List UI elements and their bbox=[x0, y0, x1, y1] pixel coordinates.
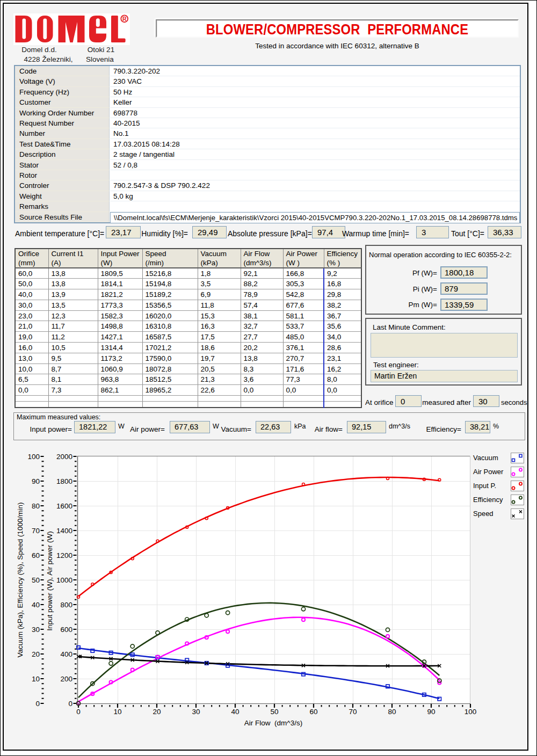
svg-text:0: 0 bbox=[76, 708, 81, 716]
svg-text:60: 60 bbox=[32, 551, 40, 559]
svg-text:70: 70 bbox=[349, 708, 357, 716]
svg-text:200: 200 bbox=[60, 675, 72, 683]
svg-text:80: 80 bbox=[388, 708, 396, 716]
svg-text:400: 400 bbox=[60, 650, 72, 658]
svg-text:1400: 1400 bbox=[56, 527, 72, 535]
svg-text:0: 0 bbox=[35, 700, 40, 708]
svg-text:Air Power: Air Power bbox=[473, 468, 504, 476]
svg-text:30: 30 bbox=[192, 708, 200, 716]
svg-text:70: 70 bbox=[32, 527, 40, 535]
svg-text:1000: 1000 bbox=[56, 576, 72, 584]
svg-text:Speed: Speed bbox=[473, 510, 494, 518]
svg-text:800: 800 bbox=[60, 601, 72, 609]
svg-text:1200: 1200 bbox=[56, 551, 72, 559]
svg-text:40: 40 bbox=[231, 708, 239, 716]
svg-text:100: 100 bbox=[465, 708, 477, 716]
svg-text:R: R bbox=[122, 16, 127, 22]
svg-text:20: 20 bbox=[32, 650, 40, 658]
svg-text:100: 100 bbox=[27, 453, 40, 461]
svg-text:30: 30 bbox=[32, 626, 40, 634]
svg-text:10: 10 bbox=[32, 675, 40, 683]
svg-text:0: 0 bbox=[68, 700, 72, 708]
svg-text:20: 20 bbox=[153, 708, 161, 716]
svg-text:60: 60 bbox=[309, 708, 317, 716]
svg-text:Vacuum: Vacuum bbox=[473, 454, 498, 462]
svg-text:Air Flow (dm^3/s): Air Flow (dm^3/s) bbox=[244, 719, 302, 727]
svg-text:Efficiency: Efficiency bbox=[473, 496, 503, 504]
svg-text:Input power (W), Air power (W): Input power (W), Air power (W) bbox=[46, 531, 54, 630]
svg-text:Vacuum (kPa), Efficiency (%),: Vacuum (kPa), Efficiency (%), Speed (100… bbox=[16, 502, 24, 657]
svg-text:90: 90 bbox=[427, 708, 435, 716]
svg-text:80: 80 bbox=[32, 502, 40, 510]
svg-text:50: 50 bbox=[32, 576, 40, 584]
svg-text:1600: 1600 bbox=[56, 502, 72, 510]
svg-text:40: 40 bbox=[32, 601, 40, 609]
svg-text:Input P.: Input P. bbox=[473, 482, 496, 490]
svg-text:50: 50 bbox=[270, 708, 278, 716]
svg-text:600: 600 bbox=[60, 626, 72, 634]
svg-text:90: 90 bbox=[32, 477, 40, 485]
svg-text:2000: 2000 bbox=[56, 453, 72, 461]
svg-text:10: 10 bbox=[113, 708, 121, 716]
svg-text:1800: 1800 bbox=[56, 477, 72, 485]
